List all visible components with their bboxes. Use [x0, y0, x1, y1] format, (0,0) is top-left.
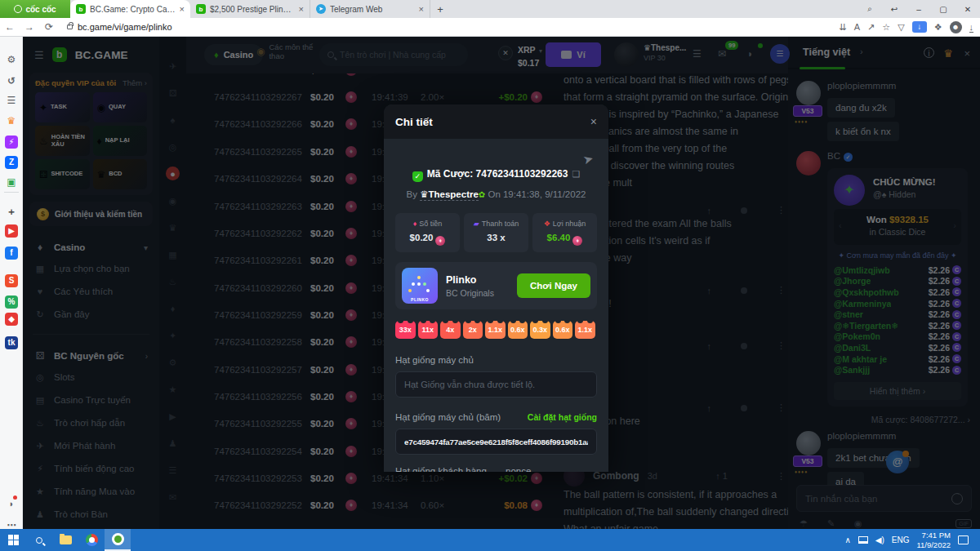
show-more-button[interactable]: Hiển thị thêm ›: [834, 382, 961, 400]
gif-icon[interactable]: GIF: [956, 519, 972, 528]
user-avatar[interactable]: [614, 42, 639, 67]
multiplier-chip[interactable]: 33x: [395, 321, 416, 339]
like-icon[interactable]: ↑ 1: [715, 471, 728, 481]
chevron-right-icon[interactable]: ›: [860, 47, 863, 56]
game-search-input[interactable]: Tên trò chơi | Nhà cung cấp: [319, 43, 468, 66]
mini-icon[interactable]: ♛: [159, 223, 186, 233]
bcgame-logo-text[interactable]: BC.GAME: [75, 49, 128, 61]
start-button[interactable]: [0, 529, 26, 551]
reading-list-icon[interactable]: ☰: [5, 94, 18, 107]
menu-burger-icon[interactable]: ☰: [29, 49, 44, 61]
winner-name[interactable]: @Qxskhpothwb: [834, 287, 899, 297]
chat-toggle-icon[interactable]: ☰: [770, 44, 790, 64]
sidebar-item-gần-đây[interactable]: ↻Gần đây: [29, 303, 153, 326]
multiplier-chip[interactable]: 2x: [463, 321, 483, 339]
chat-input[interactable]: Tin nhắn của bạn: [796, 485, 972, 512]
sidebar-group-bc-nguyên-gốc[interactable]: ⚄BC Nguyên gốc›: [29, 346, 153, 366]
sports-nav-button[interactable]: ◉ Các môn thể thao: [256, 42, 314, 61]
like-icon[interactable]: ↑: [707, 206, 712, 216]
currency-selector[interactable]: ✕ XRP ▾ $0.17: [498, 42, 542, 68]
chat-rules-icon[interactable]: ✎: [827, 518, 835, 529]
multiplier-chip[interactable]: 0.6x: [553, 321, 573, 339]
vip-more-link[interactable]: Thêm ›: [122, 78, 147, 87]
education-icon[interactable]: ◆: [5, 313, 18, 326]
play-now-button[interactable]: Chơi Ngay: [517, 273, 590, 298]
shop-green-icon[interactable]: %: [5, 295, 18, 309]
multiplier-chip[interactable]: 4x: [440, 321, 461, 339]
mini-icon[interactable]: ♠: [159, 115, 186, 125]
downloads-tray-icon[interactable]: ↓: [969, 22, 974, 33]
mini-icon[interactable]: ✈: [159, 61, 186, 72]
chat-username[interactable]: ploplopiemmmm: [827, 431, 980, 444]
notification-bell-icon[interactable]: ◗: [747, 48, 753, 60]
action-center-icon[interactable]: [958, 535, 969, 544]
file-explorer-icon[interactable]: [52, 529, 78, 551]
bookmark-star-icon[interactable]: ☆: [882, 22, 890, 33]
chevron-left-icon[interactable]: ‹: [839, 220, 842, 230]
winner-name[interactable]: @Jhorge: [834, 276, 871, 286]
close-button[interactable]: ✕: [956, 5, 980, 14]
wallet-button[interactable]: Ví: [546, 42, 601, 67]
game-name[interactable]: Plinko: [446, 274, 517, 286]
winner-name[interactable]: @Karmeninya: [834, 299, 891, 309]
table-row[interactable]: 74762341103292252$0.20♦19:41:340.60×$0.0…: [186, 493, 564, 520]
translate-icon[interactable]: A: [854, 22, 860, 32]
sidebar-group-casino[interactable]: ♦Casino▾: [29, 238, 153, 257]
clock[interactable]: 7:41 PM 11/9/2022: [916, 531, 951, 550]
games-icon[interactable]: ▣: [5, 176, 18, 189]
sidebar-item-tính-năng-mua-vào[interactable]: ★Tính năng Mua vào: [29, 480, 153, 503]
mini-icon[interactable]: ◉: [159, 196, 186, 207]
settings-icon[interactable]: ⚙: [5, 53, 18, 66]
mini-icon[interactable]: ★: [159, 384, 186, 395]
multiplier-chip[interactable]: 1.1x: [485, 321, 506, 339]
casino-nav-button[interactable]: ♦ Casino: [204, 44, 263, 65]
chevron-right-icon[interactable]: ›: [953, 220, 956, 230]
forward-button[interactable]: →: [20, 21, 39, 33]
winner-name[interactable]: @Sankjjj: [834, 365, 870, 375]
plinko-game-tile[interactable]: PLINKO: [402, 268, 438, 304]
emoji-icon[interactable]: [951, 493, 963, 504]
multiplier-chip[interactable]: 0.3x: [530, 321, 550, 339]
mini-icon[interactable]: ⚄: [159, 88, 186, 99]
more-icon[interactable]: ⋮: [777, 285, 786, 295]
mini-icon[interactable]: ✦: [159, 331, 186, 341]
mini-icon[interactable]: ☰: [159, 465, 186, 476]
chrome-icon[interactable]: [78, 529, 105, 551]
history-icon[interactable]: ↺: [5, 74, 18, 87]
sidebar-item-slots[interactable]: ◎Slots: [29, 366, 153, 389]
share-icon[interactable]: ↗: [867, 22, 875, 33]
winner-name[interactable]: @Pokem0n: [834, 331, 880, 341]
vip-tile-nạp-lại[interactable]: ♦NẠP LẠI: [93, 126, 148, 156]
zalo-icon[interactable]: Z: [5, 156, 18, 169]
back-button[interactable]: ←: [0, 21, 20, 33]
vip-tile-shitcode[interactable]: ⚃SHITCODE: [35, 159, 90, 189]
server-seed-input[interactable]: Hạt Giống vẫn chưa được tiết lộ.: [395, 371, 597, 398]
chat-info-icon[interactable]: i: [924, 47, 934, 58]
more-icon[interactable]: ⋮: [777, 402, 786, 413]
download-active-icon[interactable]: ↓: [912, 21, 927, 33]
bettor-username[interactable]: ♛Thespectre: [420, 189, 479, 201]
tab-close-icon[interactable]: ×: [180, 4, 185, 14]
multiplier-chip[interactable]: 11x: [418, 321, 439, 339]
mini-icon[interactable]: ♦: [159, 304, 186, 313]
browser-tab[interactable]: b$2,500 Prestige Plinko Challe×: [190, 0, 310, 18]
mini-icon[interactable]: ⚙: [159, 358, 186, 368]
mini-icon[interactable]: ♟: [159, 438, 186, 449]
winner-name[interactable]: @M akhtar je: [834, 354, 887, 364]
vip-tile-hoàn-tiền-xấu[interactable]: ♨HOÀN TIỀN XẤU: [35, 126, 90, 156]
new-tab-button[interactable]: +: [430, 0, 450, 18]
url-text[interactable]: bc.game/vi/game/plinko: [78, 22, 172, 32]
bc-avatar[interactable]: [796, 151, 821, 176]
chat-username[interactable]: ploplopiemmmm: [827, 81, 980, 94]
coccoc-taskbar-icon[interactable]: [105, 529, 131, 551]
shopee-icon[interactable]: S: [5, 274, 18, 287]
comment-author-name[interactable]: Gombong: [593, 470, 639, 482]
vip-tile-bcd[interactable]: ♛BCD: [93, 159, 148, 189]
avatar[interactable]: [796, 431, 821, 455]
sidebar-item-tính-biến-động-cao[interactable]: ⚡Tính biến động cao: [29, 457, 153, 480]
vip-tile-quay[interactable]: ◉QUAY: [93, 92, 148, 122]
language-indicator[interactable]: ENG: [892, 535, 910, 544]
more-icon[interactable]: ⋮: [777, 471, 786, 482]
share-icon[interactable]: ➤: [581, 151, 595, 168]
messenger-icon[interactable]: ⚡: [5, 136, 18, 149]
